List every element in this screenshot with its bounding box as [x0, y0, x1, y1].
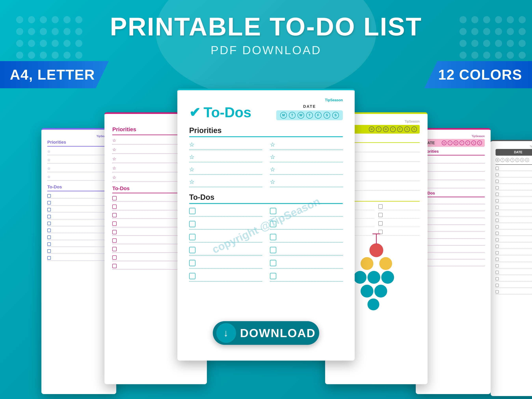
checkbox-icon [495, 212, 499, 215]
grape-stem-h [372, 234, 380, 234]
checkbox-icon [112, 238, 117, 243]
checkbox-icon [495, 245, 499, 248]
checkbox-icon [495, 284, 499, 287]
todo-row [422, 220, 485, 225]
todo-row-12 [270, 273, 343, 282]
sub-title: PDF DOWNLOAD [211, 43, 321, 57]
todo-row [495, 225, 532, 229]
todo-row [378, 221, 420, 227]
todo-row-3 [189, 221, 262, 229]
checkbox-icon [270, 273, 276, 279]
checkbox-icon [495, 180, 499, 183]
download-button[interactable]: ↓ DOWNLOAD [213, 321, 319, 345]
star-icon: ☆ [112, 156, 116, 162]
day-circle: T [390, 127, 396, 132]
checkbox-icon [47, 235, 51, 239]
todo-row-9 [189, 260, 262, 269]
priority-row: ☆ [422, 183, 485, 188]
checkbox-icon [47, 242, 51, 246]
day-w: W [298, 112, 304, 119]
date-header-right2: DATE M T W T F S S [422, 139, 485, 147]
priority-row: ☆ [422, 166, 485, 172]
papers-container: TipSeason Priorities ☆ ☆ ☆ ☆ To-Dos [0, 89, 532, 399]
gray-line [495, 164, 532, 165]
todo-row [422, 255, 485, 259]
checkbox-icon [270, 208, 276, 214]
todo-row [495, 238, 532, 242]
checkbox-icon [47, 228, 51, 232]
todo-row [422, 262, 485, 266]
checkbox-icon [270, 234, 276, 240]
priority-row: ☆ [422, 174, 485, 180]
checkbox-icon [112, 222, 117, 226]
checkbox-icon [495, 206, 499, 209]
todo-row-8 [270, 247, 343, 256]
download-circle-icon: ↓ [216, 323, 236, 343]
day-circle: F [397, 127, 403, 132]
day-circle: T [376, 127, 381, 132]
todo-row [378, 230, 420, 235]
pink-line-2 [422, 197, 485, 197]
priority-row: ☆ [422, 158, 485, 163]
checkbox-icon [112, 204, 117, 209]
checkbox-icon [270, 260, 276, 266]
banner-left: A4, LETTER [0, 61, 109, 88]
star-icon: ☆ [47, 158, 51, 162]
banner-right: 12 COLORS [424, 61, 532, 88]
date-header-right3: DATE [495, 149, 532, 156]
checkbox-icon [495, 258, 499, 261]
checkbox-icon [189, 221, 196, 227]
checkbox-icon [47, 201, 51, 204]
priorities-line [189, 136, 343, 137]
todo-row-6 [270, 234, 343, 243]
todo-row [495, 167, 532, 171]
todo-row [47, 208, 110, 212]
pink-line [422, 155, 485, 155]
checkbox-icon [189, 247, 196, 253]
todos-label-left2: To-Dos [47, 184, 110, 190]
todo-row [495, 271, 532, 275]
paper-right-3: TipSeason DATE M T W T F S S [491, 140, 532, 396]
todo-grid [189, 208, 343, 282]
todo-row-10 [270, 260, 343, 269]
todo-row [495, 173, 532, 177]
checkbox-icon [495, 277, 499, 280]
todos-line [189, 203, 343, 204]
todo-row [495, 245, 532, 249]
header-section: PRINTABLE TO-DO LIST PDF DOWNLOAD [0, 0, 532, 57]
todo-row [495, 251, 532, 255]
checkbox-icon [495, 199, 499, 202]
checkbox-icon [189, 273, 196, 279]
day-circle: S [520, 158, 524, 162]
todo-title: ✔ To-Dos [189, 104, 251, 120]
priority-row: ☆ [47, 149, 110, 155]
day-circle: T [500, 158, 504, 162]
day-circle: M [495, 158, 500, 162]
day-s2: S [332, 112, 339, 119]
checkbox-icon [495, 193, 499, 196]
todo-row [422, 234, 485, 239]
todo-row [495, 186, 532, 190]
day-circle: F [515, 158, 519, 162]
todo-row [378, 213, 420, 219]
grape-teal-3 [381, 271, 394, 284]
brand-right2: TipSeason [422, 135, 485, 138]
checkbox-icon [189, 208, 196, 214]
checkmark-icon: ✔ [189, 105, 200, 120]
date-label: DATE [276, 104, 343, 109]
priority-row-6: ☆ [270, 166, 343, 175]
checkbox-icon [47, 256, 51, 260]
todo-row [422, 241, 485, 246]
star-icon: ☆ [189, 153, 195, 160]
brand-right3: TipSeason [495, 145, 532, 148]
day-circle: S [477, 140, 482, 145]
priorities-section-header: Priorities [189, 126, 343, 135]
todo-row [47, 194, 110, 199]
todo-row [495, 199, 532, 203]
priorities-label-left2: Priorities [47, 140, 110, 145]
day-circle: S [471, 140, 476, 145]
grape-teal-2 [367, 271, 380, 284]
priority-row: ☆ [47, 175, 110, 180]
checkbox-icon [47, 249, 51, 253]
day-circle: W [505, 158, 509, 162]
